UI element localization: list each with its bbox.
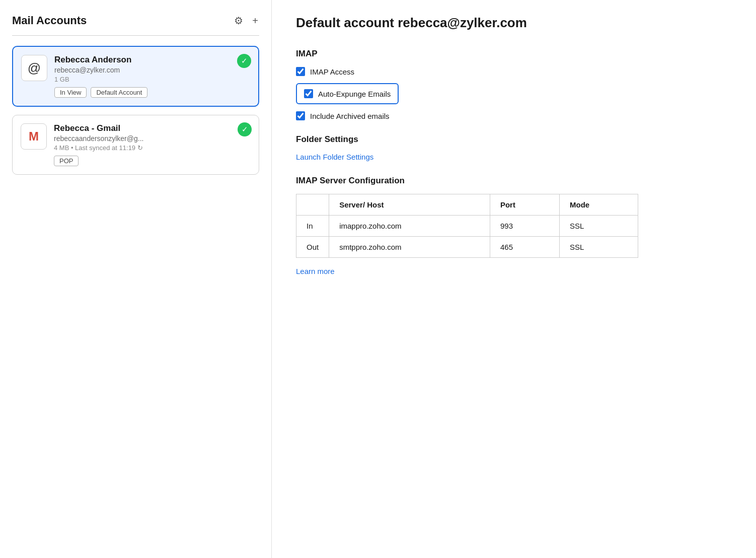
include-archived-checkbox[interactable] — [296, 111, 305, 120]
gmail-account-email: rebeccaandersonzylker@g... — [54, 134, 251, 143]
imap-access-row: IMAP Access — [296, 67, 732, 76]
zoho-account-email: rebecca@zylker.com — [54, 66, 250, 74]
include-archived-label: Include Archived emails — [310, 112, 390, 120]
left-panel: Mail Accounts ⚙ + @ Rebecca Anderson reb… — [0, 0, 272, 558]
zoho-verified-badge: ✓ — [237, 54, 251, 68]
imap-access-checkbox[interactable] — [296, 67, 305, 76]
gmail-account-info: Rebecca - Gmail rebeccaandersonzylker@g.… — [54, 123, 251, 166]
gear-button[interactable]: ⚙ — [233, 15, 244, 27]
col-header-direction — [296, 194, 329, 216]
zoho-account-info: Rebecca Anderson rebecca@zylker.com 1 GB… — [54, 55, 250, 98]
account-card-gmail[interactable]: M Rebecca - Gmail rebeccaandersonzylker@… — [12, 115, 259, 175]
imap-section: IMAP IMAP Access Auto-Expunge Emails Inc… — [296, 49, 732, 120]
table-row: Out smtppro.zoho.com 465 SSL — [296, 237, 638, 258]
tag-pop: POP — [54, 156, 79, 166]
account-card-zoho[interactable]: @ Rebecca Anderson rebecca@zylker.com 1 … — [12, 46, 259, 107]
row-in-direction: In — [296, 216, 329, 237]
server-config-title: IMAP Server Configuration — [296, 176, 732, 186]
right-panel: Default account rebecca@zylker.com IMAP … — [272, 0, 756, 558]
folder-settings-section: Folder Settings Launch Folder Settings — [296, 134, 732, 162]
row-out-mode: SSL — [560, 237, 638, 258]
gmail-sync-info: 4 MB • Last synced at 11:19 ↻ — [54, 144, 251, 152]
zoho-account-storage: 1 GB — [54, 76, 250, 83]
imap-section-title: IMAP — [296, 49, 732, 59]
auto-expunge-label: Auto-Expunge Emails — [318, 90, 391, 98]
header-icons: ⚙ + — [233, 15, 259, 27]
gmail-letter-icon: M — [29, 129, 39, 144]
col-header-port: Port — [490, 194, 559, 216]
col-header-mode: Mode — [560, 194, 638, 216]
page-title: Default account rebecca@zylker.com — [296, 15, 732, 31]
plus-icon: + — [252, 15, 258, 26]
panel-title: Mail Accounts — [12, 14, 87, 27]
zoho-account-tags: In View Default Account — [54, 87, 250, 98]
tag-default-account: Default Account — [91, 87, 147, 98]
zoho-account-name: Rebecca Anderson — [54, 55, 250, 65]
at-icon: @ — [28, 60, 41, 76]
row-out-port: 465 — [490, 237, 559, 258]
auto-expunge-checkbox[interactable] — [304, 89, 313, 98]
table-row: In imappro.zoho.com 993 SSL — [296, 216, 638, 237]
server-config-section: IMAP Server Configuration Server/ Host P… — [296, 176, 732, 276]
learn-more-link[interactable]: Learn more — [296, 267, 335, 275]
imap-access-label: IMAP Access — [310, 67, 354, 76]
gmail-verified-badge: ✓ — [238, 122, 252, 136]
panel-header: Mail Accounts ⚙ + — [12, 14, 259, 27]
sync-icon: ↻ — [137, 144, 143, 152]
row-in-mode: SSL — [560, 216, 638, 237]
row-in-port: 993 — [490, 216, 559, 237]
add-account-button[interactable]: + — [251, 15, 259, 27]
col-header-host: Server/ Host — [329, 194, 490, 216]
row-in-host: imappro.zoho.com — [329, 216, 490, 237]
folder-settings-title: Folder Settings — [296, 134, 732, 145]
row-out-host: smtppro.zoho.com — [329, 237, 490, 258]
row-out-direction: Out — [296, 237, 329, 258]
gmail-account-name: Rebecca - Gmail — [54, 123, 251, 133]
include-archived-row: Include Archived emails — [296, 111, 732, 120]
gmail-account-tags: POP — [54, 156, 251, 166]
server-config-table: Server/ Host Port Mode In imappro.zoho.c… — [296, 194, 638, 258]
gear-icon: ⚙ — [234, 15, 243, 26]
table-header-row: Server/ Host Port Mode — [296, 194, 638, 216]
tag-in-view: In View — [54, 87, 87, 98]
gmail-account-icon: M — [21, 123, 47, 150]
launch-folder-settings-link[interactable]: Launch Folder Settings — [296, 153, 373, 161]
header-divider — [12, 35, 259, 36]
auto-expunge-row: Auto-Expunge Emails — [296, 83, 399, 104]
zoho-account-icon: @ — [21, 55, 47, 81]
